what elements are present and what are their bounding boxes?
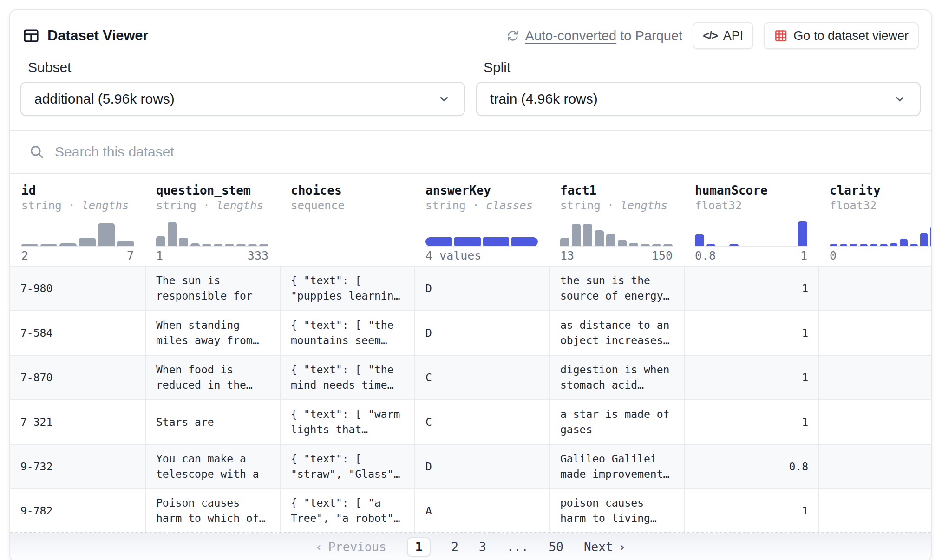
chevron-left-icon: ‹ xyxy=(315,540,323,554)
cell-fact1[interactable]: digestion is when stomach acid… xyxy=(549,356,684,399)
page-button-3[interactable]: 3 xyxy=(479,540,486,554)
cell-clarity[interactable]: 1. xyxy=(818,400,931,444)
histogram-min-label: 2 xyxy=(21,249,28,263)
histogram-bar xyxy=(695,234,704,246)
previous-label: Previous xyxy=(328,540,386,554)
cell-clarity[interactable] xyxy=(818,445,931,488)
column-histogram[interactable] xyxy=(291,220,403,247)
column-sep: · xyxy=(203,199,209,212)
cell-question_stem[interactable]: When food is reduced in the… xyxy=(145,356,280,399)
column-histogram[interactable] xyxy=(425,220,538,247)
cell-fact1[interactable]: Galileo Galilei made improvement… xyxy=(549,445,684,488)
table-row: 7-980The sun is responsible for{ "text":… xyxy=(10,266,931,310)
column-header: choices sequence xyxy=(280,174,414,266)
cell-answerKey[interactable]: A xyxy=(414,489,549,532)
cell-id[interactable]: 7-870 xyxy=(10,356,145,399)
go-to-dataset-viewer-button[interactable]: Go to dataset viewer xyxy=(764,22,919,49)
cell-humanScore[interactable]: 1 xyxy=(684,400,818,444)
cell-answerKey[interactable]: D xyxy=(414,267,549,310)
histogram-bar xyxy=(190,243,200,246)
page-button-2[interactable]: 2 xyxy=(451,540,458,554)
column-histogram[interactable] xyxy=(830,220,931,247)
cell-answerKey[interactable]: C xyxy=(414,400,549,444)
column-sep: · xyxy=(607,199,614,212)
column-type: sequence xyxy=(291,199,403,213)
histogram-bar xyxy=(156,236,165,246)
cell-fact1[interactable]: as distance to an object increases… xyxy=(549,311,684,355)
column-dtype: string xyxy=(21,199,62,212)
histogram-bar xyxy=(850,244,857,246)
histogram-min-label: 0.8 xyxy=(695,249,716,263)
cell-id[interactable]: 9-732 xyxy=(10,445,145,488)
cell-question_stem[interactable]: Stars are xyxy=(145,400,280,444)
auto-converted-link[interactable]: Auto-converted to Parquet xyxy=(506,28,683,44)
histogram-range-labels: 27 xyxy=(21,249,134,266)
data-table: id string · lengths 27 question_stem str… xyxy=(10,174,931,533)
subset-select[interactable]: additional (5.96k rows) xyxy=(20,82,465,116)
column-histogram[interactable] xyxy=(560,220,673,247)
cell-choices[interactable]: { "text": [ "puppies learnin… xyxy=(280,267,414,310)
histogram-bar xyxy=(595,230,604,246)
cell-answerKey[interactable]: D xyxy=(414,445,549,488)
column-subtype: lengths xyxy=(621,199,667,212)
column-histogram[interactable] xyxy=(156,220,268,247)
page-button-1[interactable]: 1 xyxy=(407,537,431,557)
cell-choices[interactable]: { "text": [ "the mind needs time… xyxy=(280,356,414,399)
histogram-bar xyxy=(259,244,268,246)
cell-id[interactable]: 9-782 xyxy=(10,489,145,532)
cell-fact1[interactable]: a star is made of gases xyxy=(549,400,684,444)
column-type: string · lengths xyxy=(21,199,134,213)
subset-split-controls: Subset additional (5.96k rows) Split tra… xyxy=(10,53,931,130)
cell-question_stem[interactable]: Poison causes harm to which of… xyxy=(145,489,280,532)
histogram-bar xyxy=(629,243,638,246)
histogram-bar xyxy=(618,240,627,246)
column-histogram[interactable] xyxy=(695,220,807,247)
cell-humanScore[interactable]: 1 xyxy=(684,489,818,532)
cell-question_stem[interactable]: You can make a telescope with a xyxy=(145,445,280,488)
cell-answerKey[interactable]: C xyxy=(414,356,549,399)
cell-fact1[interactable]: poison causes harm to living… xyxy=(549,489,684,532)
page-button-50[interactable]: 50 xyxy=(549,540,563,554)
cell-id[interactable]: 7-584 xyxy=(10,311,145,355)
cell-choices[interactable]: { "text": [ "a Tree", "a robot"… xyxy=(280,489,414,532)
column-type: float32 xyxy=(695,199,807,213)
split-select[interactable]: train (4.96k rows) xyxy=(476,82,921,116)
cell-choices[interactable]: { "text": [ "straw", "Glass"… xyxy=(280,445,414,488)
cell-clarity[interactable]: 1. xyxy=(818,356,931,399)
cell-choices[interactable]: { "text": [ "the mountains seem… xyxy=(280,311,414,355)
histogram-bar xyxy=(202,244,211,246)
column-histogram[interactable] xyxy=(21,220,134,247)
api-button[interactable]: </> API xyxy=(693,22,753,49)
next-page-button[interactable]: Next › xyxy=(584,540,626,554)
cell-humanScore[interactable]: 1 xyxy=(684,356,818,399)
cell-choices[interactable]: { "text": [ "warm lights that… xyxy=(280,400,414,444)
subset-label: Subset xyxy=(28,59,465,75)
column-name: question_stem xyxy=(156,183,268,198)
histogram-bar xyxy=(79,238,96,246)
histogram-max-label: 333 xyxy=(248,249,268,263)
cell-clarity[interactable]: 1. xyxy=(818,489,931,532)
search-input[interactable] xyxy=(55,144,912,160)
cell-id[interactable]: 7-321 xyxy=(10,400,145,444)
column-subtype: lengths xyxy=(216,199,263,212)
cell-answerKey[interactable]: D xyxy=(414,311,549,355)
cell-fact1[interactable]: the sun is the source of energy… xyxy=(549,267,684,310)
cell-humanScore[interactable]: 1 xyxy=(684,267,818,310)
cell-clarity[interactable]: 1. xyxy=(818,311,931,355)
table-row: 9-782Poison causes harm to which of…{ "t… xyxy=(10,488,931,533)
cell-clarity[interactable] xyxy=(818,267,931,310)
cell-humanScore[interactable]: 1 xyxy=(684,311,818,355)
column-header: fact1 string · lengths 13150 xyxy=(549,174,684,266)
histogram-bar xyxy=(706,244,716,246)
previous-page-button[interactable]: ‹ Previous xyxy=(315,540,386,554)
histogram-bar xyxy=(729,244,739,246)
cell-question_stem[interactable]: When standing miles away from… xyxy=(145,311,280,355)
histogram-bar xyxy=(214,244,223,246)
histogram-bar xyxy=(798,221,807,246)
cell-humanScore[interactable]: 0.8 xyxy=(684,445,818,488)
cell-question_stem[interactable]: The sun is responsible for xyxy=(145,267,280,310)
column-type: float32 xyxy=(830,199,931,213)
code-icon: </> xyxy=(703,29,718,42)
cell-id[interactable]: 7-980 xyxy=(10,267,145,310)
table-row: 7-870When food is reduced in the…{ "text… xyxy=(10,355,931,399)
